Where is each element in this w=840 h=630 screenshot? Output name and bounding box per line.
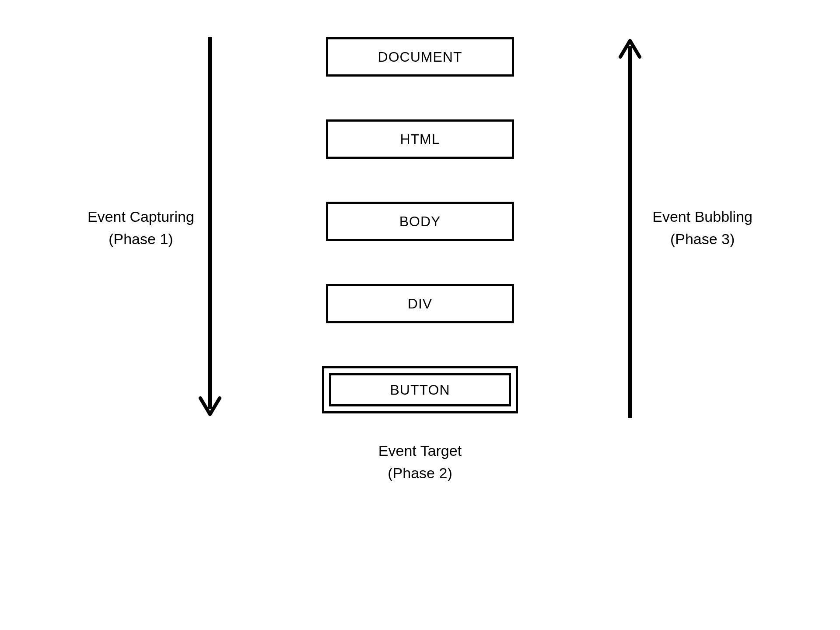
capturing-subtitle: (Phase 1) [88, 228, 194, 250]
dom-box-document: DOCUMENT [326, 37, 514, 77]
dom-box-div: DIV [326, 284, 514, 323]
capturing-title: Event Capturing [88, 206, 194, 228]
dom-box-html: HTML [326, 119, 514, 159]
bubbling-subtitle: (Phase 3) [652, 228, 752, 250]
bubbling-title: Event Bubbling [652, 206, 752, 228]
dom-box-document-label: DOCUMENT [378, 49, 462, 65]
target-title: Event Target [378, 440, 462, 462]
dom-box-body: BODY [326, 202, 514, 241]
event-propagation-diagram: DOCUMENT HTML BODY DIV BUTTON Event Capt… [88, 37, 752, 593]
dom-box-html-label: HTML [400, 131, 440, 147]
dom-box-body-label: BODY [399, 214, 441, 230]
capturing-arrow [197, 37, 223, 420]
dom-box-div-label: DIV [408, 296, 432, 312]
target-label: Event Target (Phase 2) [378, 440, 462, 484]
dom-hierarchy-column: DOCUMENT HTML BODY DIV BUTTON [322, 37, 518, 413]
dom-box-button-label: BUTTON [390, 382, 450, 398]
bubbling-arrow [617, 37, 643, 420]
arrow-down-icon [197, 37, 223, 418]
target-subtitle: (Phase 2) [378, 462, 462, 484]
bubbling-label: Event Bubbling (Phase 3) [652, 206, 752, 250]
dom-box-button: BUTTON [329, 373, 511, 406]
capturing-label: Event Capturing (Phase 1) [88, 206, 194, 250]
dom-box-target-outer: BUTTON [322, 366, 518, 413]
arrow-up-icon [617, 37, 643, 418]
